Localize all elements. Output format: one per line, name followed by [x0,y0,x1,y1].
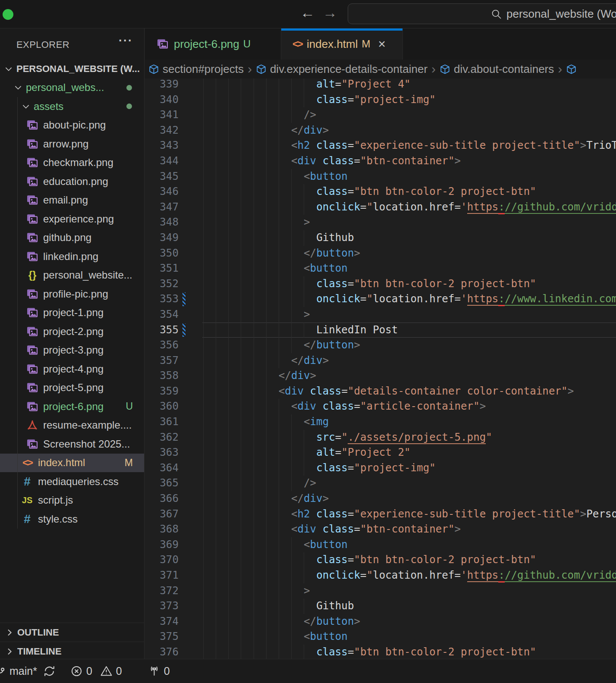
code-line-360[interactable]: 360 <div class="article-container"> [145,399,616,414]
tree-item-screenshot-2025...[interactable]: Screenshot 2025... [0,435,144,454]
code-line-364[interactable]: 364 class="project-img" [145,461,616,476]
problems-status[interactable]: 0 0 [70,665,122,677]
code-line-348[interactable]: 348 > [145,215,616,230]
code-line-345[interactable]: 345 <button [145,169,616,185]
panel-timeline[interactable]: TIMELINE [0,642,144,659]
code-line-341[interactable]: 341 /> [145,107,616,123]
tree-item-project-2.png[interactable]: project-2.png [0,322,144,341]
sync-icon [43,665,56,677]
more-actions-button[interactable]: ··· [119,34,133,47]
code-line-347[interactable]: 347 onclick="location.href='https://gith… [145,200,616,215]
css-file-icon: # [21,475,34,489]
tree-folder-personal_website-w...[interactable]: PERSONAL_WEBSITE (W... [0,60,144,78]
pdf-file-icon [26,419,39,431]
traffic-light-green[interactable] [3,9,13,20]
code-line-359[interactable]: 359 <div class="details-container color-… [145,384,616,399]
tab-project-6.png[interactable]: project-6.pngU [145,28,281,60]
sync-changes-button[interactable] [43,665,56,677]
breadcrumb-item-div.about-containers[interactable]: div.about-containers [440,63,554,76]
code-line-352[interactable]: 352 class="btn btn-color-2 project-btn" [145,276,616,292]
json-file-icon: {} [26,269,39,281]
history-back-button[interactable]: ← [300,4,315,21]
code-line-374[interactable]: 374 </button> [145,614,616,630]
tab-index.html[interactable]: <>index.htmlM× [281,28,403,60]
tree-item-mediaqueries.css[interactable]: #mediaqueries.css [0,472,144,491]
code-text: <div class="btn-container"> [203,154,461,169]
code-line-361[interactable]: 361 <img [145,414,616,430]
tree-item-arrow.png[interactable]: arrow.png [0,135,144,154]
tree-item-profile-pic.png[interactable]: profile-pic.png [0,285,144,304]
tree-item-label: arrow.png [43,138,88,150]
code-line-349[interactable]: 349 Github [145,230,616,246]
line-number: 358 [145,368,179,384]
code-line-357[interactable]: 357 </div> [145,353,616,369]
code-line-343[interactable]: 343 <h2 class="experience-sub-title proj… [145,138,616,154]
tree-item-about-pic.png[interactable]: about-pic.png [0,116,144,135]
code-text: /> [203,107,316,123]
tree-item-label: project-2.png [43,326,104,338]
code-line-363[interactable]: 363 alt="Project 2" [145,445,616,461]
breadcrumb-item-section#projects[interactable]: section#projects [148,63,244,76]
tree-item-label: education.png [43,175,108,188]
code-line-351[interactable]: 351 <button [145,261,616,276]
breadcrumb: section#projects›div.experience-details-… [145,60,616,78]
code-line-344[interactable]: 344 <div class="btn-container"> [145,154,616,169]
code-line-350[interactable]: 350 </button> [145,246,616,261]
code-text: </button> [203,246,360,261]
code-line-370[interactable]: 370 class="btn btn-color-2 project-btn" [145,552,616,568]
code-line-346[interactable]: 346 class="btn btn-color-2 project-btn" [145,184,616,200]
close-icon[interactable]: × [378,38,386,50]
code-line-376[interactable]: 376 class="btn btn-color-2 project-btn" [145,645,616,659]
code-line-368[interactable]: 368 <div class="btn-container"> [145,522,616,537]
code-line-367[interactable]: 367 <h2 class="experience-sub-title proj… [145,507,616,522]
tree-item-script.js[interactable]: JSscript.js [0,491,144,510]
tree-item-project-5.png[interactable]: project-5.png [0,379,144,398]
code-line-372[interactable]: 372 > [145,583,616,599]
code-line-354[interactable]: 354 > [145,307,616,323]
tree-item-project-3.png[interactable]: project-3.png [0,341,144,360]
code-line-342[interactable]: 342 </div> [145,123,616,138]
tree-folder-assets[interactable]: assets [0,97,144,116]
line-number: 342 [145,123,179,138]
ports-status[interactable]: 0 [148,665,170,677]
code-line-371[interactable]: 371 onclick="location.href='https://gith… [145,568,616,583]
tree-item-style.css[interactable]: #style.css [0,510,144,529]
command-center-search[interactable]: personal_website (Wo [348,3,616,24]
tree-item-github.png[interactable]: github.png [0,229,144,248]
code-line-362[interactable]: 362 src="./assets/project-5.png" [145,430,616,445]
code-line-366[interactable]: 366 </div> [145,491,616,507]
tree-folder-personal_webs...[interactable]: personal_webs... [0,78,144,97]
tree-item-project-1.png[interactable]: project-1.png [0,304,144,323]
tree-item-experience.png[interactable]: experience.png [0,210,144,229]
code-line-340[interactable]: 340 class="project-img" [145,92,616,108]
tree-item-email.png[interactable]: email.png [0,191,144,210]
code-text: src="./assets/project-5.png" [203,430,492,445]
tree-item-personal_website...[interactable]: {}personal_website... [0,266,144,285]
tree-item-project-4.png[interactable]: project-4.png [0,360,144,379]
code-line-369[interactable]: 369 <button [145,537,616,553]
panel-outline[interactable]: OUTLINE [0,623,144,642]
code-line-373[interactable]: 373 Github [145,598,616,614]
code-line-339[interactable]: 339 alt="Project 4" [145,78,616,92]
tree-item-label: personal_website... [43,269,132,281]
code-line-356[interactable]: 356 </button> [145,338,616,353]
code-line-358[interactable]: 358 </div> [145,368,616,384]
tree-item-project-6.png[interactable]: project-6.pngU [0,397,144,416]
code-text: /> [203,476,316,491]
editor-tab-bar: project-6.pngU<>index.htmlM× [145,28,616,60]
tree-item-education.png[interactable]: education.png [0,172,144,191]
tree-item-linkedin.png[interactable]: linkedin.png [0,247,144,266]
breadcrumb-item-div.experience-details-container[interactable]: div.experience-details-container [256,63,427,76]
code-line-355[interactable]: 355 LinkedIn Post [145,323,616,338]
code-line-353[interactable]: 353 onclick="location.href='https://www.… [145,291,616,307]
code-line-375[interactable]: 375 <button [145,629,616,645]
tree-item-checkmark.png[interactable]: checkmark.png [0,154,144,172]
code-editor[interactable]: 339 alt="Project 4"340 class="project-im… [145,78,616,659]
tree-item-resume-example....[interactable]: resume-example.... [0,416,144,435]
git-branch-status[interactable]: main* [0,665,37,677]
tree-item-index.html[interactable]: <>index.htmlM [0,454,144,473]
breadcrumb-label: div.experience-details-container [270,63,427,76]
breadcrumb-item-partial[interactable] [566,64,577,75]
code-line-365[interactable]: 365 /> [145,476,616,491]
history-forward-button[interactable]: → [323,4,337,21]
